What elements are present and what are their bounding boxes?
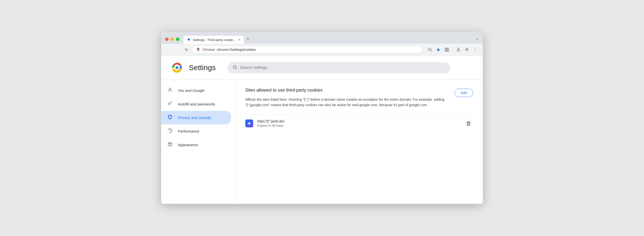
sidebar-item-autofill[interactable]: Autofill and passwords	[161, 97, 231, 111]
new-tab-button[interactable]: +	[244, 35, 252, 44]
svg-rect-7	[445, 50, 446, 51]
settings-title: Settings	[189, 63, 216, 72]
search-bar[interactable]	[228, 62, 450, 73]
window-dropdown-button[interactable]: ⌄	[475, 35, 479, 43]
key-icon	[167, 101, 173, 107]
sidebar-item-you-and-google[interactable]: You and Google	[161, 84, 231, 97]
sidebar-item-privacy[interactable]: Privacy and security	[161, 111, 231, 124]
add-button[interactable]: Add	[454, 89, 473, 97]
performance-icon	[167, 128, 173, 134]
content-area: Sites allowed to use third-party cookies…	[235, 80, 483, 203]
svg-line-4	[431, 50, 432, 51]
site-info: https://[*.]web.dev Expires in 90 days	[257, 119, 460, 127]
shield-icon	[167, 114, 173, 121]
maximize-window-button[interactable]	[176, 37, 180, 41]
sidebar-label-autofill: Autofill and passwords	[178, 102, 215, 106]
address-bar[interactable]: Chrome chrome://settings/cookies	[192, 46, 422, 54]
labs-button[interactable]	[455, 46, 462, 53]
site-row: https://[*.]web.dev Expires in 90 days	[245, 115, 473, 132]
chrome-icon	[196, 47, 200, 52]
svg-point-16	[168, 142, 172, 146]
sidebar-label-performance: Performance	[178, 129, 199, 133]
browser-window: Settings - Third-party cookie… × + ⌄ ← →…	[161, 32, 483, 204]
nav-divider	[452, 47, 453, 52]
sidebar-label-appearance: Appearance	[178, 143, 198, 147]
tab-close-button[interactable]: ×	[238, 38, 240, 42]
sidebar-label-you-and-google: You and Google	[178, 88, 204, 93]
refresh-button[interactable]: ↻	[183, 46, 190, 53]
content-header: Sites allowed to use third-party cookies…	[245, 88, 473, 108]
svg-point-12	[234, 65, 236, 68]
minimize-window-button[interactable]	[170, 37, 174, 41]
section-description: Affects the sites listed here. Inserting…	[245, 97, 444, 108]
svg-point-18	[170, 143, 171, 144]
sidebar-item-performance[interactable]: Performance	[161, 124, 231, 138]
nav-actions: ★ ⋮	[426, 46, 479, 53]
content-header-text: Sites allowed to use third-party cookies…	[245, 88, 444, 108]
title-bar: Settings - Third-party cookie… × + ⌄	[161, 32, 483, 44]
svg-line-13	[236, 68, 237, 69]
search-input[interactable]	[240, 65, 445, 70]
sidebar-label-privacy: Privacy and security	[178, 116, 211, 120]
sidebar-item-appearance[interactable]: Appearance	[161, 138, 231, 152]
svg-rect-8	[447, 50, 448, 51]
back-button[interactable]: ←	[165, 46, 172, 53]
profile-icon	[464, 47, 469, 52]
main-layout: You and Google Autofill and passwords	[161, 80, 483, 203]
settings-logo-icon	[171, 62, 183, 74]
active-tab[interactable]: Settings - Third-party cookie… ×	[184, 36, 244, 44]
close-window-button[interactable]	[165, 37, 168, 41]
svg-point-9	[466, 48, 468, 50]
svg-point-11	[176, 66, 178, 69]
nav-bar: ← → ↻ Chrome chrome://settings/cookies	[161, 44, 483, 56]
section-title: Sites allowed to use third-party cookies	[245, 88, 444, 93]
search-icon	[428, 47, 432, 52]
forward-button[interactable]: →	[174, 46, 181, 53]
svg-marker-19	[248, 121, 251, 125]
extension-icon	[444, 47, 449, 52]
svg-point-3	[428, 48, 431, 51]
chrome-label: Chrome	[202, 48, 215, 52]
menu-button[interactable]: ⋮	[472, 46, 479, 53]
url-display: chrome://settings/cookies	[217, 48, 418, 52]
extension-button[interactable]	[443, 46, 450, 53]
person-icon	[167, 87, 173, 94]
svg-point-2	[198, 49, 199, 50]
settings-header: Settings	[161, 56, 483, 80]
svg-rect-6	[447, 48, 448, 49]
trash-icon	[466, 121, 471, 126]
sidebar: You and Google Autofill and passwords	[161, 80, 235, 203]
search-bar-icon	[232, 65, 237, 71]
tab-bar: Settings - Third-party cookie… × +	[184, 35, 472, 44]
tab-title: Settings - Third-party cookie…	[193, 38, 236, 42]
svg-point-15	[168, 103, 170, 105]
svg-rect-5	[445, 48, 446, 49]
svg-point-17	[169, 143, 170, 144]
site-favicon	[245, 119, 253, 127]
search-button[interactable]	[426, 46, 434, 53]
lab-icon	[456, 47, 460, 52]
appearance-icon	[167, 141, 173, 148]
bookmark-star-button[interactable]: ★	[434, 46, 442, 53]
delete-site-button[interactable]	[464, 119, 473, 128]
page-content: Settings Y	[161, 56, 483, 204]
profile-button[interactable]	[463, 46, 470, 53]
site-url: https://[*.]web.dev	[257, 119, 460, 123]
site-expiry: Expires in 90 days	[257, 124, 460, 127]
svg-point-14	[169, 88, 171, 90]
settings-tab-icon	[187, 38, 191, 42]
traffic-lights	[165, 37, 180, 41]
